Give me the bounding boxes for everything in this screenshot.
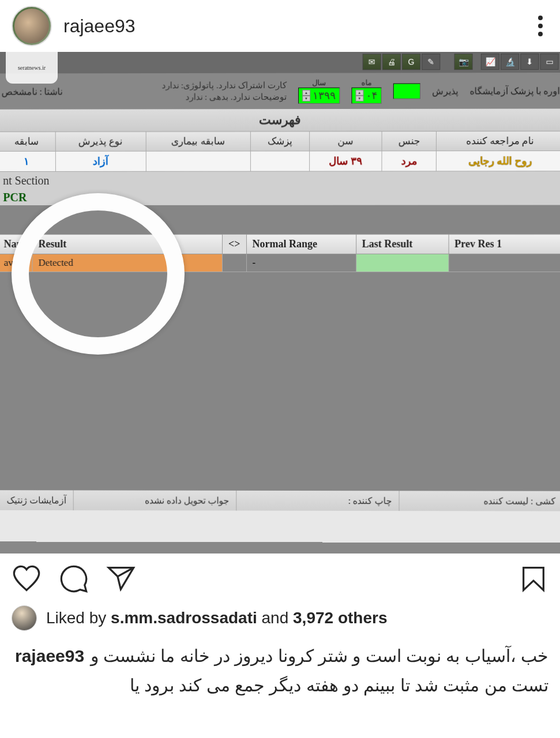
th-admit-type: نوع پذیرش — [55, 131, 146, 151]
month-spinner: ۰۴▴▾ — [351, 88, 381, 104]
patient-name: روح الله رجایی — [437, 151, 560, 171]
status-list: کشی : لیست کننده — [399, 491, 560, 511]
patient-age: ٣٩ سال — [309, 151, 382, 171]
toolbar-btn: 🖨 — [382, 54, 401, 70]
th-normal: Normal Range — [246, 234, 356, 254]
th-arrow: <> — [222, 234, 246, 254]
th-history: سابقه بیماری — [146, 131, 250, 151]
toolbar-btn: ⬇ — [520, 54, 539, 70]
th-age: سن — [309, 131, 382, 151]
year-label: سال — [312, 78, 326, 88]
patient-gender: مرد — [382, 151, 437, 171]
section-label: nt Section — [0, 171, 560, 190]
caption: rajaee93 خب ،آسیاب به نوبت است و شتر کرو… — [0, 637, 560, 705]
patient-record: ١ — [0, 151, 55, 171]
patient-doctor — [250, 151, 309, 171]
share-icon[interactable] — [106, 564, 136, 596]
prev-result — [448, 254, 560, 272]
post-image[interactable]: seratnews.ir ✉ 🖨 G ✎ 📷 📈 🔬 ⬇ ▭ اوره با پ… — [0, 52, 560, 554]
likes-count[interactable]: 3,972 others — [293, 609, 387, 627]
toolbar-btn: ✉ — [363, 54, 381, 70]
toolbar-btn: 🔬 — [501, 54, 519, 70]
toolbar-btn: 📷 — [454, 54, 472, 70]
toolbar-btn: G — [402, 54, 420, 70]
comment-icon[interactable] — [59, 564, 89, 596]
th-record: سابقه — [0, 131, 55, 151]
admit-field — [393, 83, 420, 99]
toolbar-btn: ✎ — [422, 54, 440, 70]
likes-row[interactable]: Liked by s.mm.sadrossadati and 3,972 oth… — [0, 602, 560, 637]
status-genetic: آزمایشات ژنتیک — [0, 490, 73, 510]
last-result — [356, 254, 448, 272]
patient-admit-type: آزاد — [55, 151, 146, 171]
th-doctor: پزشک — [250, 131, 309, 151]
patient-info-row: اوره با پزشک آزمایشگاه پذیرش ماه ۰۴▴▾ سا… — [0, 73, 560, 110]
fasting-label: ناشتا : نامشخص — [1, 86, 62, 97]
status-undelivered: جواب تحویل داده نشده — [73, 490, 236, 510]
status-bar: کشی : لیست کننده چاپ کننده : جواب تحویل … — [0, 490, 560, 511]
month-label: ماه — [361, 78, 371, 88]
patient-history — [146, 151, 250, 171]
cell — [222, 254, 246, 272]
patient-table: نام مراجعه کننده جنس سن پزشک سابقه بیمار… — [0, 131, 560, 172]
likes-text[interactable]: Liked by s.mm.sadrossadati and 3,972 oth… — [46, 609, 387, 627]
year-spinner: ۱۳۹۹▴▾ — [298, 88, 340, 104]
admit-label: پذیرش — [432, 85, 458, 96]
save-icon[interactable] — [518, 564, 548, 596]
liker-avatar[interactable] — [12, 605, 37, 631]
patient-row: روح الله رجایی مرد ٣٩ سال آزاد ١ — [0, 151, 560, 172]
action-bar — [0, 554, 560, 602]
th-gender: جنس — [382, 131, 437, 151]
consult-label: اوره با پزشک آزمایشگاه — [469, 85, 559, 96]
toolbar-btn: 📈 — [481, 54, 499, 70]
toolbar: ✉ 🖨 G ✎ 📷 📈 🔬 ⬇ ▭ — [0, 52, 560, 74]
th-last: Last Result — [356, 234, 448, 254]
circle-annotation — [12, 193, 185, 355]
like-icon[interactable] — [12, 564, 42, 596]
status-printer: چاپ کننده : — [236, 491, 399, 511]
liker-username[interactable]: s.mm.sadrossadati — [111, 609, 257, 627]
th-prev: Prev Res 1 — [449, 234, 560, 254]
caption-text: خب ،آسیاب به نوبت است و شتر کرونا دیروز … — [91, 646, 548, 695]
normal-range: - — [246, 254, 356, 272]
post-header: rajaee93 — [0, 0, 560, 52]
more-options-icon[interactable] — [532, 10, 548, 42]
avatar[interactable] — [12, 6, 52, 46]
username[interactable]: rajaee93 — [63, 16, 136, 37]
toolbar-btn: ▭ — [540, 54, 558, 70]
caption-username[interactable]: rajaee93 — [15, 641, 84, 671]
watermark: seratnews.ir — [6, 52, 58, 84]
th-name: نام مراجعه کننده — [437, 131, 560, 150]
list-header: فهرست — [0, 108, 560, 131]
